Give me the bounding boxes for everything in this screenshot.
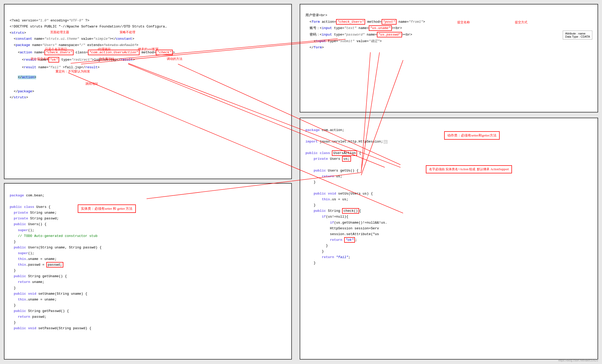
- annotation-invoked-method: 调动的方法: [167, 57, 182, 61]
- classname-annotation: 名字必须由 实体类名+Action 组成 默认继承 ActionSupport: [426, 165, 512, 173]
- bottom-left-panel: 实体类：必须有setter 和 getter 方法 package com.be…: [4, 183, 292, 360]
- action-class-annotation: 动作类：必须有setter和getter方法: [444, 131, 500, 140]
- annotation-submit-name: 前台提交名称: [31, 57, 49, 61]
- top-right-panel: 提交名称 提交方式 Attribute : name Data Type : C…: [300, 4, 598, 112]
- annotation-page-handler: 页面处理主题: [50, 30, 69, 35]
- annotation-proxy: /代理项目: [97, 47, 111, 52]
- annotation-jump: 跳转地址: [86, 82, 98, 86]
- page-url: https://blog.csdn.net/lake10925: [558, 359, 598, 362]
- annotation-no-process: 策略不处理: [120, 30, 135, 35]
- users-bean-code: package com.bean; public class Users { p…: [10, 193, 286, 331]
- top-left-panel: 页面处理主题 策略不处理 只是个名字而已 /代理项目 继承的xml配置 前台提交…: [4, 4, 292, 179]
- annotation-submit-method-tr: 提交方式: [515, 20, 527, 25]
- annotation-submit-name-tr: 提交名称: [457, 20, 470, 25]
- form-html-code: 用户登录<br> <form action="check_Users" meth…: [305, 12, 592, 51]
- annotation-only-name: 只是个名字而已: [45, 47, 67, 52]
- annotation-inherited: 继承的xml配置: [138, 47, 159, 52]
- bottom-right-panel: 动作类：必须有setter和getter方法 名字必须由 实体类名+Action…: [300, 118, 598, 360]
- annotation-redirect: 重定向：不写默认为转发: [55, 69, 90, 74]
- attr-tooltip: Attribute : name Data Type : CDATA: [563, 31, 592, 39]
- entity-class-annotation: 实体类：必须有setter 和 getter 方法: [78, 204, 136, 213]
- users-action-code: package com.action; import javax.servlet…: [305, 127, 592, 266]
- annotation-action-class: 动作类地址: [99, 57, 114, 61]
